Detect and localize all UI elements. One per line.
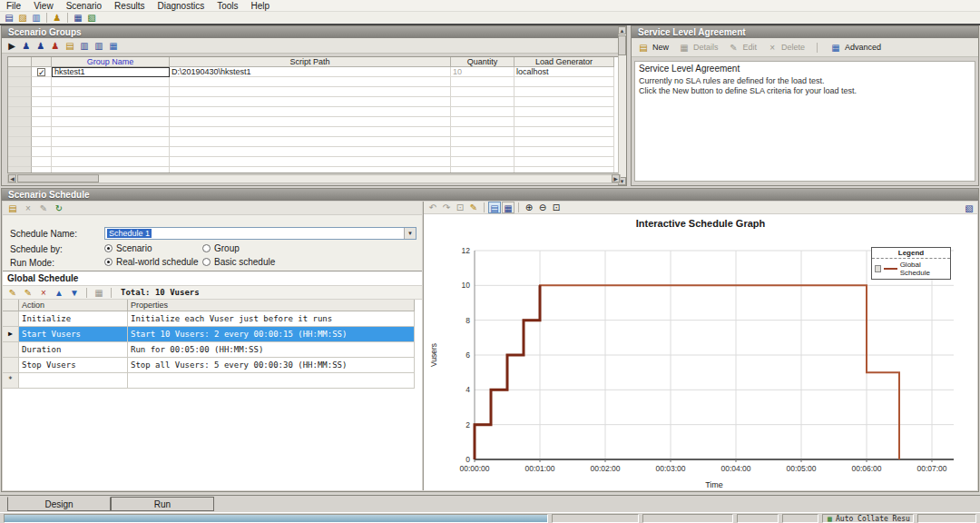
redo-icon[interactable]: ↷ [440, 202, 453, 213]
row-selector[interactable] [8, 97, 32, 107]
undo-icon[interactable]: ↶ [426, 202, 439, 213]
enable-checkbox-cell[interactable]: ✓ [32, 67, 52, 77]
column-header[interactable]: Group Name [52, 57, 170, 67]
start-scenario-icon[interactable]: ▶ [5, 40, 18, 52]
row-selector[interactable] [3, 311, 19, 327]
chart-view-button[interactable]: ▤ [488, 202, 501, 213]
row-selector[interactable] [8, 127, 32, 137]
move-down-icon[interactable]: ▼ [68, 287, 81, 299]
schedule-action-row[interactable]: ▶Start VusersStart 10 Vusers: 2 every 00… [3, 327, 422, 342]
schedule-name-combobox[interactable]: Schedule 1 ▼ [104, 227, 416, 240]
empty-table-row[interactable] [8, 137, 620, 147]
row-selector[interactable]: ▶ [3, 327, 19, 342]
group-enabled-checkbox[interactable]: ✓ [37, 68, 45, 76]
empty-table-row[interactable] [8, 87, 620, 97]
empty-table-row[interactable] [8, 167, 620, 173]
groups-horizontal-scrollbar[interactable]: ◀ ▶ [7, 174, 621, 183]
run-mode-radio[interactable] [104, 258, 113, 266]
column-header[interactable]: Action [19, 300, 128, 311]
properties-cell[interactable]: Start 10 Vusers: 2 every 00:00:15 (HH:MM… [128, 327, 415, 342]
edit-mode-icon[interactable]: ✎ [467, 202, 480, 213]
menu-scenario[interactable]: Scenario [60, 0, 108, 12]
scroll-up-icon[interactable]: ▲ [618, 26, 626, 35]
sla-details-button[interactable]: ▦ Details [678, 42, 719, 54]
menu-file[interactable]: File [0, 0, 27, 12]
menu-help[interactable]: Help [245, 0, 277, 12]
row-selector[interactable] [8, 117, 32, 127]
properties-cell[interactable]: Run for 00:05:00 (HH:MM:SS) [128, 342, 415, 358]
row-selector[interactable] [8, 67, 32, 77]
new-scenario-icon[interactable]: ▤ [3, 12, 15, 24]
table-row[interactable]: ✓hkstest1D:\20190430\hkstest110localhost [8, 67, 620, 77]
empty-table-row[interactable] [8, 157, 620, 167]
add-vusers-icon[interactable]: ♟ [34, 40, 47, 52]
delete-schedule-icon[interactable]: × [22, 202, 34, 214]
column-header[interactable]: Quantity [451, 57, 514, 67]
edit-group-icon[interactable]: ▥ [78, 40, 91, 52]
grid-view-button[interactable]: ▦ [502, 202, 514, 213]
vusers-icon[interactable]: ♟ [51, 12, 64, 24]
script-path-cell[interactable]: D:\20190430\hkstest1 [170, 67, 451, 77]
view-script-icon[interactable]: ▤ [64, 40, 76, 52]
schedule-by-option[interactable]: Scenario [104, 243, 202, 253]
empty-table-row[interactable] [8, 107, 620, 117]
run-mode-radio[interactable] [202, 258, 211, 266]
diagnostics-icon[interactable]: ▧ [85, 12, 98, 24]
action-cell[interactable]: Initialize [19, 311, 128, 327]
tab-run[interactable]: Run [111, 497, 214, 511]
edit-action-icon[interactable]: ✎ [22, 287, 34, 299]
load-generators-icon[interactable]: ▦ [107, 40, 120, 52]
row-selector[interactable] [8, 87, 32, 97]
zoom-reset-icon[interactable]: ⊡ [550, 202, 563, 213]
schedule-action-row[interactable]: InitializeInitialize each Vuser just bef… [3, 311, 422, 327]
sla-advanced-button[interactable]: ▦ Advanced [829, 42, 881, 54]
zoom-in-icon[interactable]: ⊕ [523, 202, 535, 213]
rename-schedule-icon[interactable]: ✎ [37, 202, 50, 214]
sla-delete-button[interactable]: × Delete [766, 42, 805, 54]
scroll-right-icon[interactable]: ▶ [612, 174, 620, 183]
new-row-marker[interactable]: * [3, 373, 19, 389]
row-selector[interactable] [8, 107, 32, 117]
scroll-thumb[interactable] [17, 174, 99, 183]
menu-view[interactable]: View [27, 0, 60, 12]
group-name-cell[interactable]: hkstest1 [52, 67, 170, 77]
add-groups-icon[interactable]: ♟ [20, 40, 33, 52]
schedule-by-radio[interactable] [202, 244, 211, 252]
scroll-thumb[interactable] [618, 35, 626, 55]
run-mode-option[interactable]: Real-world schedule [104, 257, 202, 267]
empty-table-row[interactable] [8, 147, 620, 157]
tab-design[interactable]: Design [7, 497, 111, 511]
row-selector[interactable] [3, 342, 19, 358]
detach-graph-icon[interactable]: ▧ [963, 202, 975, 214]
duplicate-schedule-icon[interactable]: ↻ [53, 202, 65, 214]
groups-vertical-scrollbar[interactable]: ▲ ▼ [618, 26, 626, 185]
row-selector[interactable] [8, 157, 32, 167]
new-action-icon[interactable]: ✎ [6, 287, 19, 299]
properties-cell[interactable]: Stop all Vusers: 5 every 00:00:30 (HH:MM… [128, 358, 415, 373]
column-header[interactable]: Script Path [170, 57, 451, 67]
action-cell[interactable] [19, 373, 128, 389]
empty-table-row[interactable] [8, 127, 620, 137]
properties-cell[interactable]: Initialize each Vuser just before it run… [128, 311, 415, 327]
scroll-left-icon[interactable]: ◀ [8, 174, 16, 183]
new-action-row[interactable]: * [3, 373, 422, 389]
column-header[interactable]: Load Generator [514, 57, 614, 67]
legend-checkbox-icon[interactable] [875, 265, 881, 272]
row-selector[interactable] [8, 167, 32, 173]
row-selector[interactable] [8, 77, 32, 87]
zoom-mode-icon[interactable]: ⊡ [454, 202, 466, 213]
schedule-by-option[interactable]: Group [202, 243, 240, 253]
run-mode-option[interactable]: Basic schedule [202, 257, 275, 267]
duplicate-group-icon[interactable]: ▥ [93, 40, 105, 52]
quantity-cell[interactable]: 10 [451, 67, 514, 77]
row-selector[interactable] [8, 147, 32, 157]
column-header[interactable]: Properties [128, 300, 415, 311]
properties-cell[interactable] [128, 373, 415, 389]
empty-table-row[interactable] [8, 97, 620, 107]
row-selector[interactable] [3, 358, 19, 373]
delete-action-icon[interactable]: × [37, 287, 50, 299]
auto-collate-segment[interactable]: ▦ Auto Collate Resu [822, 514, 914, 523]
open-scenario-icon[interactable]: ▨ [16, 12, 29, 24]
save-scenario-icon[interactable]: ▥ [30, 12, 43, 24]
action-cell[interactable]: Duration [19, 342, 128, 358]
